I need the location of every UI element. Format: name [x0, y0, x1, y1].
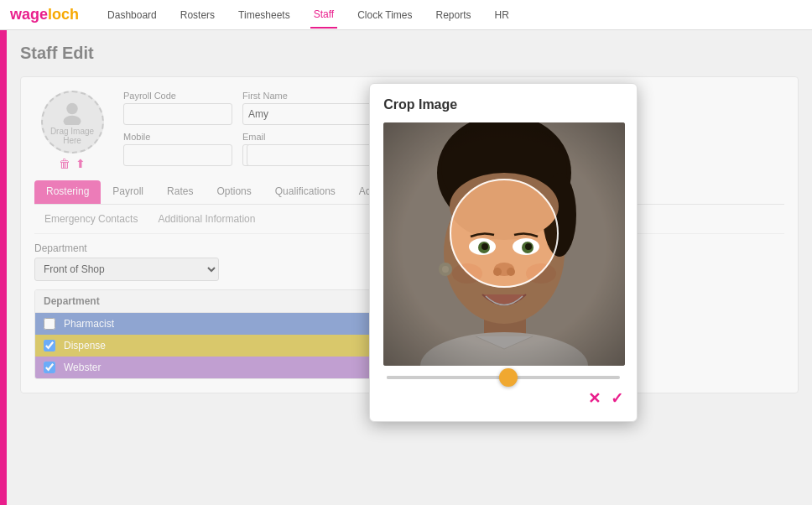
tab-options[interactable]: Options: [205, 180, 263, 204]
nav-timesheets[interactable]: Timesheets: [235, 3, 294, 28]
slider-thumb[interactable]: [499, 368, 518, 387]
mobile-group: Mobile: [123, 132, 232, 166]
crop-modal: Crop Image: [369, 83, 638, 422]
left-strip: [0, 30, 7, 505]
crop-image-area: [383, 122, 625, 366]
avatar-actions: 🗑 ⬆: [59, 157, 86, 170]
tab-rostering[interactable]: Rostering: [34, 180, 101, 204]
nav-dashboard[interactable]: Dashboard: [104, 3, 160, 28]
crop-modal-title: Crop Image: [383, 97, 623, 112]
subtab-emergency-contacts[interactable]: Emergency Contacts: [34, 210, 148, 228]
crop-circle[interactable]: [450, 179, 559, 288]
department-select[interactable]: Front of Shop Pharmacist Dispense Webste…: [34, 258, 219, 281]
payroll-code-label: Payroll Code: [123, 91, 232, 101]
svg-point-1: [64, 115, 81, 124]
nav-staff[interactable]: Staff: [310, 2, 337, 29]
nav-hr[interactable]: HR: [492, 3, 513, 28]
tab-rates[interactable]: Rates: [155, 180, 205, 204]
avatar-label: Drag Image Here: [43, 127, 102, 145]
delete-avatar-icon[interactable]: 🗑: [59, 157, 70, 170]
dept-name-pharmacist: Pharmacist: [64, 318, 114, 330]
subtab-additional-info[interactable]: Additional Information: [148, 210, 265, 228]
nav-rosters[interactable]: Rosters: [177, 3, 218, 28]
nav-reports[interactable]: Reports: [433, 3, 475, 28]
upload-avatar-icon[interactable]: ⬆: [75, 157, 86, 170]
nav-clock-times[interactable]: Clock Times: [354, 3, 415, 28]
dept-checkbox-pharmacist[interactable]: [44, 318, 55, 330]
mobile-input[interactable]: [123, 144, 232, 166]
svg-point-0: [66, 102, 78, 114]
logo: wageloch: [10, 6, 79, 23]
person-icon: [60, 100, 85, 125]
tab-qualifications[interactable]: Qualifications: [263, 180, 347, 204]
crop-actions: ✕ ✓: [383, 389, 623, 408]
dept-name-dispense: Dispense: [64, 340, 106, 351]
crop-confirm-button[interactable]: ✓: [611, 389, 623, 408]
page-title: Staff Edit: [20, 44, 799, 63]
tab-payroll[interactable]: Payroll: [101, 180, 155, 204]
crop-slider[interactable]: [387, 376, 620, 379]
top-nav: wageloch Dashboard Rosters Timesheets St…: [0, 0, 812, 30]
dept-checkbox-webster[interactable]: [44, 362, 55, 373]
slider-track: [387, 376, 515, 379]
avatar-section: Drag Image Here 🗑 ⬆: [34, 91, 110, 170]
crop-cancel-button[interactable]: ✕: [588, 389, 601, 408]
crop-slider-row: [383, 376, 623, 379]
payroll-code-input[interactable]: [123, 103, 232, 125]
avatar-upload[interactable]: Drag Image Here: [41, 91, 104, 154]
dept-name-webster: Webster: [64, 362, 101, 373]
mobile-label: Mobile: [123, 132, 232, 142]
dept-checkbox-dispense[interactable]: [44, 340, 55, 351]
payroll-code-group: Payroll Code: [123, 91, 232, 125]
